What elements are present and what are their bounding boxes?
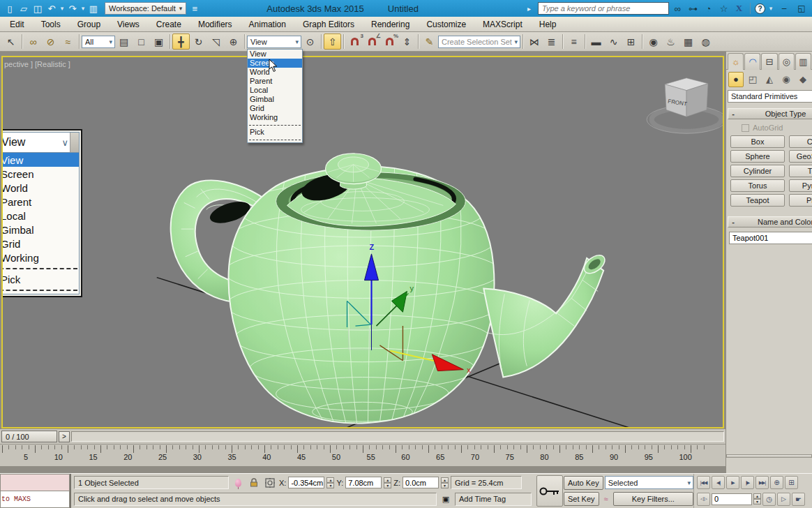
- object-name-field[interactable]: [729, 232, 812, 244]
- play-button[interactable]: ▶: [726, 476, 739, 489]
- menu-group[interactable]: Group: [69, 17, 109, 31]
- primitive-button-plane[interactable]: Plane: [789, 194, 812, 207]
- search-collapse-icon[interactable]: ▸: [527, 5, 536, 13]
- primitive-button-teapot[interactable]: Teapot: [730, 194, 785, 207]
- menu-help[interactable]: Help: [531, 17, 565, 31]
- primitive-button-cone[interactable]: Cone: [789, 135, 812, 148]
- isolate-selection-toggle[interactable]: [231, 476, 245, 490]
- key-step-toggle[interactable]: ◁▷: [697, 493, 710, 506]
- default-tangents-icon[interactable]: ≈: [601, 495, 612, 503]
- search-input[interactable]: [538, 2, 669, 15]
- spinner-up-icon[interactable]: ▴: [441, 477, 449, 483]
- coord-option-grid[interactable]: Grid: [248, 104, 302, 113]
- overlay-option-world[interactable]: World: [1, 181, 79, 195]
- tab-motion[interactable]: ◎: [779, 53, 795, 70]
- subtab-shapes[interactable]: ◰: [745, 72, 760, 87]
- coord-option-view[interactable]: View: [248, 50, 302, 59]
- exchange-icon[interactable]: X: [732, 2, 746, 15]
- frame-spinner[interactable]: ▴ ▾: [753, 493, 761, 505]
- subtab-cameras[interactable]: ◉: [779, 72, 794, 87]
- z-coordinate-field[interactable]: [403, 477, 439, 488]
- next-frame-button[interactable]: >: [59, 431, 70, 442]
- communication-center-icon[interactable]: ◔: [702, 2, 715, 15]
- current-frame-field[interactable]: [712, 493, 752, 505]
- coord-option-parent[interactable]: Parent: [248, 77, 302, 86]
- spinner-snap-icon[interactable]: ⇕: [398, 33, 416, 50]
- selection-set-dropdown[interactable]: Selected ▾: [605, 476, 693, 489]
- tab-display[interactable]: ▥: [795, 53, 811, 70]
- align-icon[interactable]: ≣: [543, 33, 560, 50]
- use-pivot-center-icon[interactable]: ⊙: [301, 33, 319, 50]
- primitive-category-dropdown[interactable]: Standard Primitives: [728, 90, 812, 103]
- selection-region-icon[interactable]: □: [133, 33, 150, 50]
- workspace-selector[interactable]: Workspace: Default ▾: [105, 2, 186, 15]
- perspective-viewport[interactable]: pective ] [Realistic ]: [1, 56, 724, 428]
- save-file-icon[interactable]: ◫: [31, 2, 45, 15]
- named-selection-set-combo[interactable]: Create Selection Set ▾: [438, 36, 520, 48]
- viewport-layout-icon[interactable]: ⊞: [785, 476, 798, 489]
- overlay-option[interactable]: [1, 264, 79, 272]
- auto-key-button[interactable]: Auto Key: [564, 476, 603, 490]
- autogrid-checkbox[interactable]: [742, 124, 749, 132]
- coord-option-pick[interactable]: Pick: [248, 128, 302, 137]
- render-setup-icon[interactable]: ♨: [662, 33, 679, 50]
- select-by-name-icon[interactable]: ▤: [115, 33, 133, 50]
- spinner-down-icon[interactable]: ▾: [384, 483, 391, 488]
- name-color-rollout-header[interactable]: - Name and Color: [728, 216, 812, 227]
- maxscript-mini-listener[interactable]: to MAXS: [0, 474, 71, 508]
- x-coordinate-spinner[interactable]: ▴ ▾: [326, 477, 334, 488]
- add-time-tag-field[interactable]: Add Time Tag: [455, 493, 532, 506]
- search-icon[interactable]: ∞: [671, 2, 684, 15]
- unlink-selection-icon[interactable]: ⊘: [42, 33, 59, 50]
- new-scene-icon[interactable]: ▯: [3, 2, 17, 15]
- selection-filter-dropdown[interactable]: All ▾: [82, 36, 115, 48]
- keyboard-override-icon[interactable]: ⇧: [324, 33, 341, 50]
- schematic-view-icon[interactable]: ⊞: [622, 33, 640, 50]
- overlay-option-pick[interactable]: Pick: [1, 272, 79, 286]
- menu-modifiers[interactable]: Modifiers: [190, 17, 241, 31]
- spinner-up-icon[interactable]: ▴: [326, 477, 334, 483]
- workspace-menu-icon[interactable]: ≡: [189, 3, 200, 14]
- primitive-button-sphere[interactable]: Sphere: [730, 150, 785, 163]
- overlay-option-working[interactable]: Working: [1, 251, 79, 264]
- primitive-button-cylinder[interactable]: Cylinder: [730, 165, 785, 177]
- spinner-up-icon[interactable]: ▴: [384, 477, 391, 483]
- spinner-up-icon[interactable]: ▴: [753, 493, 761, 499]
- rendered-frame-icon[interactable]: ▦: [679, 33, 697, 50]
- go-to-end-button[interactable]: ▶▶|: [755, 476, 769, 489]
- select-and-link-icon[interactable]: ∞: [24, 33, 42, 50]
- help-dropdown-icon[interactable]: ▾: [767, 5, 774, 12]
- primitive-button-pyramid[interactable]: Pyramid: [789, 179, 812, 192]
- primitive-button-geosphere[interactable]: GeoSphere: [789, 150, 812, 163]
- viewcube[interactable]: FRONT: [647, 78, 723, 133]
- overlay-option-local[interactable]: Local: [1, 209, 79, 223]
- menu-animation[interactable]: Animation: [241, 17, 294, 31]
- coord-option[interactable]: [248, 122, 302, 128]
- spinner-down-icon[interactable]: ▾: [753, 499, 761, 505]
- spinner-down-icon[interactable]: ▾: [326, 483, 334, 488]
- overlay-option[interactable]: [1, 286, 79, 294]
- time-slider-handle[interactable]: 0 / 100: [1, 431, 57, 442]
- snap-3d-toggle[interactable]: 3: [346, 33, 363, 50]
- undo-dropdown-icon[interactable]: ▾: [59, 5, 66, 12]
- listener-macro-row[interactable]: [0, 474, 70, 491]
- bind-to-spacewarp-icon[interactable]: ≈: [59, 33, 77, 50]
- redo-icon[interactable]: ↷: [66, 2, 80, 15]
- favorites-star-icon[interactable]: ☆: [717, 2, 730, 15]
- ribbon-toggle-icon[interactable]: ▬: [587, 33, 605, 50]
- teapot-object[interactable]: [171, 154, 608, 424]
- set-keys-button[interactable]: [536, 475, 563, 507]
- spinner-down-icon[interactable]: ▾: [441, 483, 449, 488]
- help-icon[interactable]: ?: [755, 3, 765, 14]
- z-coordinate-spinner[interactable]: ▴ ▾: [441, 477, 449, 488]
- overlay-option-view[interactable]: View: [1, 153, 79, 167]
- coord-option-working[interactable]: Working: [248, 113, 302, 122]
- undo-icon[interactable]: ↶: [45, 2, 59, 15]
- viewport-label[interactable]: pective ] [Realistic ]: [4, 60, 70, 68]
- layer-manager-icon[interactable]: ≡: [565, 33, 582, 50]
- menu-edit[interactable]: Edit: [1, 17, 33, 31]
- select-and-rotate-icon[interactable]: ↻: [190, 33, 207, 50]
- overlay-option-gimbal[interactable]: Gimbal: [1, 223, 79, 237]
- go-to-start-button[interactable]: |◀◀: [697, 476, 710, 489]
- redo-dropdown-icon[interactable]: ▾: [80, 5, 87, 12]
